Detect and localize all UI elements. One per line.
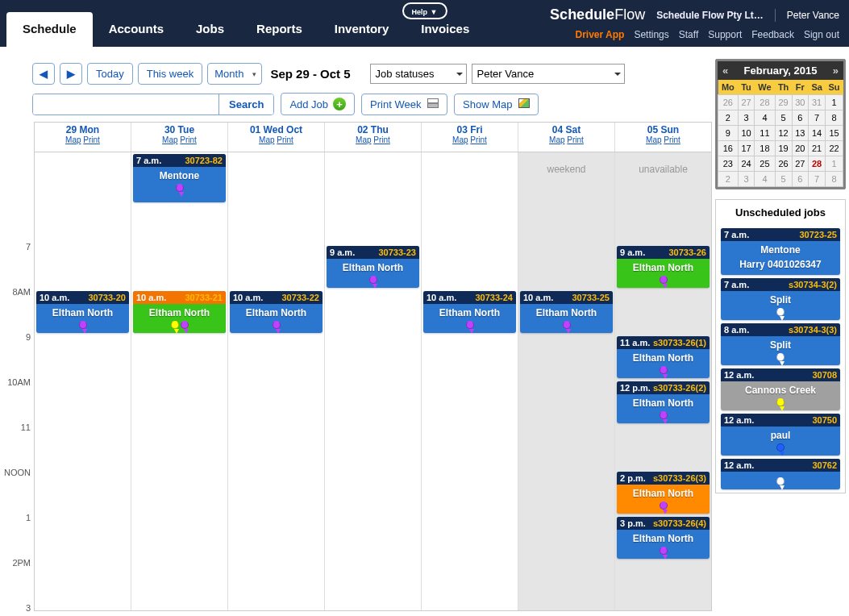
day-print-link[interactable]: Print [277, 135, 293, 144]
day-column[interactable]: 9 a.m. 30733-23 Eltham North [325, 152, 422, 610]
mini-cal-day[interactable]: 10 [738, 126, 755, 141]
job-card[interactable]: 12 a.m. 30750 paul [721, 414, 840, 456]
day-column[interactable]: unavailable 9 a.m. 30733-26 Eltham North… [615, 152, 711, 610]
tab-jobs[interactable]: Jobs [180, 12, 240, 47]
day-map-link[interactable]: Map [646, 135, 661, 144]
mini-cal-day[interactable]: 2 [718, 172, 739, 187]
job-card[interactable]: 10 a.m. 30733-25 Eltham North [520, 291, 613, 333]
day-print-link[interactable]: Print [373, 135, 390, 144]
mini-cal-day[interactable]: 31 [809, 95, 826, 110]
mini-cal-day[interactable]: 9 [718, 126, 739, 141]
mini-cal-day[interactable]: 29 [775, 95, 792, 110]
mini-cal-day[interactable]: 19 [775, 141, 792, 156]
mini-cal-day[interactable]: 13 [792, 126, 809, 141]
job-card[interactable]: 11 a.m. s30733-26(1) Eltham North [617, 336, 710, 378]
mini-cal-day[interactable]: 22 [826, 141, 843, 156]
day-print-link[interactable]: Print [567, 135, 584, 144]
mini-cal-day[interactable]: 1 [826, 95, 843, 110]
day-column[interactable]: 10 a.m. 30733-20 Eltham North [35, 152, 131, 610]
support-link[interactable]: Support [708, 29, 742, 40]
day-map-link[interactable]: Map [452, 135, 468, 144]
tab-schedule[interactable]: Schedule [6, 12, 93, 47]
day-column[interactable]: 10 a.m. 30733-22 Eltham North [228, 152, 325, 610]
mini-cal-day[interactable]: 23 [718, 156, 739, 172]
add-job-button[interactable]: Add Job + [281, 93, 355, 115]
mini-cal-day[interactable]: 26 [718, 95, 739, 110]
mini-cal-day[interactable]: 17 [738, 141, 755, 156]
mini-cal-day[interactable]: 1 [826, 156, 843, 172]
mini-cal-day[interactable]: 7 [809, 110, 826, 126]
job-card[interactable]: 12 a.m. 30762 [721, 459, 840, 489]
mini-cal-day[interactable]: 3 [738, 110, 755, 126]
day-print-link[interactable]: Print [470, 135, 487, 144]
mini-cal-day[interactable]: 18 [755, 141, 775, 156]
mini-cal-day[interactable]: 2 [718, 110, 739, 126]
show-map-button[interactable]: Show Map [454, 94, 539, 115]
mini-cal-next[interactable]: » [833, 65, 839, 77]
day-print-link[interactable]: Print [180, 135, 197, 144]
job-card[interactable]: 10 a.m. 30733-24 Eltham North [423, 291, 516, 333]
mini-cal-day[interactable]: 16 [718, 141, 739, 156]
mini-cal-day[interactable]: 21 [809, 141, 826, 156]
day-map-link[interactable]: Map [549, 135, 564, 144]
mini-cal-day[interactable]: 4 [755, 172, 775, 187]
mini-cal-day[interactable]: 15 [826, 126, 843, 141]
mini-cal-day[interactable]: 8 [826, 110, 843, 126]
day-map-link[interactable]: Map [356, 135, 371, 144]
day-map-link[interactable]: Map [259, 135, 274, 144]
mini-cal-day[interactable]: 5 [775, 172, 792, 187]
day-print-link[interactable]: Print [664, 135, 680, 144]
tab-accounts[interactable]: Accounts [93, 12, 180, 47]
mini-cal-day[interactable]: 28 [755, 95, 775, 110]
mini-cal-day[interactable]: 28 [809, 156, 826, 172]
mini-cal-day[interactable]: 26 [775, 156, 792, 172]
tab-reports[interactable]: Reports [240, 12, 318, 47]
search-button[interactable]: Search [218, 94, 273, 114]
mini-cal-day[interactable]: 11 [755, 126, 775, 141]
feedback-link[interactable]: Feedback [751, 29, 794, 40]
settings-link[interactable]: Settings [634, 29, 668, 40]
mini-cal-day[interactable]: 25 [755, 156, 775, 172]
mini-cal-day[interactable]: 7 [809, 172, 826, 187]
day-column[interactable]: 7 a.m. 30723-82 Mentone 10 a.m. 30733-21… [131, 152, 228, 610]
mini-cal-day[interactable]: 6 [792, 110, 809, 126]
mini-cal-day[interactable]: 27 [792, 156, 809, 172]
this-week-button[interactable]: This week [138, 63, 203, 85]
job-card[interactable]: 10 a.m. 30733-21 Eltham North [133, 291, 226, 333]
job-card[interactable]: 7 a.m. 30723-25 Mentone Harry 0401026347 [721, 228, 840, 275]
job-card[interactable]: 7 a.m. s30734-3(2) Split [721, 278, 840, 320]
signout-link[interactable]: Sign out [804, 29, 839, 40]
mini-cal-day[interactable]: 20 [792, 141, 809, 156]
job-card[interactable]: 3 p.m. s30733-26(4) Eltham North [617, 517, 710, 559]
mini-cal-day[interactable]: 14 [809, 126, 826, 141]
staff-link[interactable]: Staff [679, 29, 698, 40]
job-card[interactable]: 2 p.m. s30733-26(3) Eltham North [617, 472, 710, 514]
day-map-link[interactable]: Map [162, 135, 177, 144]
view-mode-select[interactable]: Month [207, 63, 262, 85]
tab-invoices[interactable]: Invoices [405, 12, 485, 47]
mini-cal-day[interactable]: 8 [826, 172, 843, 187]
mini-cal-day[interactable]: 5 [775, 110, 792, 126]
print-week-button[interactable]: Print Week [361, 94, 447, 115]
day-map-link[interactable]: Map [65, 135, 81, 144]
job-card[interactable]: 10 a.m. 30733-20 Eltham North [36, 291, 129, 333]
mini-cal-day[interactable]: 6 [792, 172, 809, 187]
mini-cal-day[interactable]: 27 [738, 95, 755, 110]
mini-cal-day[interactable]: 3 [738, 172, 755, 187]
job-card[interactable]: 8 a.m. s30734-3(3) Split [721, 323, 840, 365]
mini-cal-day[interactable]: 24 [738, 156, 755, 172]
next-week-button[interactable]: ▶ [60, 63, 82, 85]
user-filter[interactable]: Peter Vance [472, 64, 625, 84]
prev-week-button[interactable]: ◀ [32, 63, 55, 85]
job-card[interactable]: 12 a.m. 30708 Cannons Creek [721, 368, 840, 410]
job-card[interactable]: 9 a.m. 30733-23 Eltham North [327, 246, 419, 288]
day-print-link[interactable]: Print [83, 135, 100, 144]
today-button[interactable]: Today [87, 63, 133, 85]
mini-cal-prev[interactable]: « [722, 65, 728, 77]
mini-cal-day[interactable]: 4 [755, 110, 775, 126]
driver-app-link[interactable]: Driver App [575, 29, 624, 40]
job-card[interactable]: 9 a.m. 30733-26 Eltham North [617, 246, 710, 288]
job-card[interactable]: 12 p.m. s30733-26(2) Eltham North [617, 381, 710, 423]
search-input[interactable] [33, 94, 218, 114]
tab-inventory[interactable]: Inventory [318, 12, 406, 47]
